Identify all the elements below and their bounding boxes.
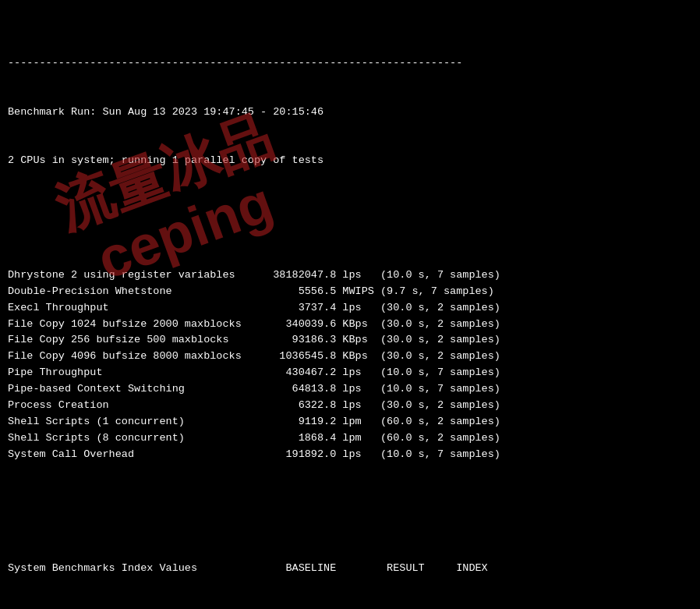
test-row: Double-Precision Whetstone 5556.5 MWIPS … [8,284,692,300]
test-row: System Call Overhead 191892.0 lps (10.0 … [8,447,692,463]
tests-list: Dhrystone 2 using register variables 381… [8,267,692,463]
terminal-window: ----------------------------------------… [8,6,692,609]
test-row: Process Creation 6322.8 lps (30.0 s, 2 s… [8,398,692,414]
index-header: System Benchmarks Index Values BASELINE … [8,561,692,577]
test-row: Pipe-based Context Switching 64813.8 lps… [8,381,692,398]
blank-line-2 [8,512,692,529]
test-row: Shell Scripts (8 concurrent) 1868.4 lpm … [8,430,692,447]
cpu-info-line: 2 CPUs in system; running 1 parallel cop… [8,153,692,169]
blank-line-1 [8,202,692,218]
separator-line: ----------------------------------------… [8,55,692,72]
test-row: File Copy 256 bufsize 500 maxblocks 9318… [8,332,692,349]
benchmark-run-line: Benchmark Run: Sun Aug 13 2023 19:47:45 … [8,104,692,121]
test-row: Dhrystone 2 using register variables 381… [8,267,692,284]
index-header-row: System Benchmarks Index Values BASELINE … [8,561,692,577]
test-row: Shell Scripts (1 concurrent) 9119.2 lpm … [8,414,692,430]
test-row: Execl Throughput 3737.4 lps (30.0 s, 2 s… [8,300,692,317]
test-row: Pipe Throughput 430467.2 lps (10.0 s, 7 … [8,365,692,381]
terminal-content: ----------------------------------------… [8,6,692,609]
test-row: File Copy 4096 bufsize 8000 maxblocks 10… [8,349,692,365]
test-row: File Copy 1024 bufsize 2000 maxblocks 34… [8,317,692,333]
